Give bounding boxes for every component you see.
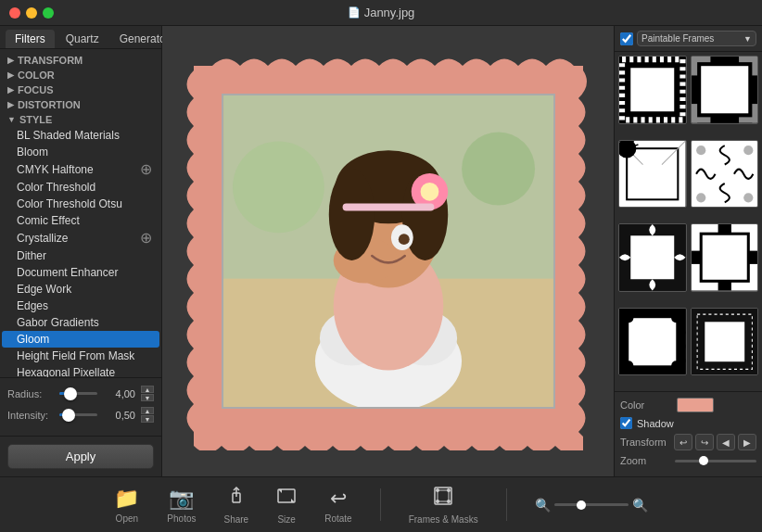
zoom-thumb [699,456,708,465]
open-label: Open [116,513,138,524]
svg-point-17 [420,183,438,201]
apply-button[interactable]: Apply [7,444,154,469]
zoom-in-icon[interactable]: 🔍 [632,498,648,513]
add-filter-icon[interactable]: ⊕ [140,162,152,177]
svg-point-74 [619,342,627,349]
frames-dropdown[interactable]: Paintable Frames ▼ [637,31,756,46]
frame-thumb-8[interactable] [691,308,759,376]
tab-quartz[interactable]: Quartz [57,30,108,48]
frame-thumb-1[interactable] [618,56,687,124]
filter-dither[interactable]: Dither [2,247,159,264]
svg-point-69 [667,367,675,374]
category-distortion[interactable]: ▶ DISTORTION [0,97,161,112]
shadow-checkbox[interactable] [620,417,632,429]
panel-header: Paintable Frames ▼ [615,26,762,52]
svg-rect-18 [342,204,434,211]
frames-grid [615,52,762,391]
radius-decrement[interactable]: ▼ [141,394,154,401]
svg-rect-54 [692,251,701,264]
toolbar-size[interactable]: Size [276,486,297,525]
svg-point-61 [639,309,646,316]
minimize-button[interactable] [26,7,37,19]
category-transform[interactable]: ▶ TRANSFORM [0,53,161,68]
filter-gabor-gradients[interactable]: Gabor Gradients [2,314,159,331]
svg-point-3 [233,141,324,233]
svg-point-60 [624,313,633,323]
category-style[interactable]: ▼ STYLE [0,112,161,127]
color-swatch[interactable] [677,398,714,412]
filter-hexagonal-pixellate[interactable]: Hexagonal Pixellate [2,364,159,377]
filter-document-enhancer[interactable]: Document Enhancer [2,264,159,281]
svg-rect-25 [692,57,697,75]
share-label: Share [223,514,248,525]
canvas-area[interactable] [162,26,614,476]
inner-photo [222,94,555,409]
shadow-row: Shadow [620,417,756,429]
frame-thumb-4[interactable] [691,140,759,209]
svg-rect-57 [718,281,730,290]
size-icon [276,486,297,512]
toolbar-photos[interactable]: 📷 Photos [167,487,196,524]
radius-increment[interactable]: ▲ [141,386,154,393]
add-filter-icon[interactable]: ⊕ [140,231,152,246]
frames-checkbox[interactable] [620,32,633,45]
intensity-stepper[interactable]: ▲ ▼ [141,407,154,423]
transform-btn-rotate-left[interactable]: ↩ [674,434,692,450]
intensity-slider-track[interactable] [59,413,97,416]
toolbar-rotate[interactable]: ↩ Rotate [324,487,351,524]
transform-btn-flip-v[interactable]: ▶ [738,434,756,450]
radius-value: 4,00 [103,388,135,399]
svg-point-70 [654,367,661,374]
toolbar-share[interactable]: Share [223,486,248,525]
share-icon [226,486,247,512]
svg-point-85 [436,500,439,503]
radius-slider-track[interactable] [59,392,97,395]
frame-svg-1 [619,57,686,123]
frame-thumb-5[interactable] [618,223,687,292]
svg-rect-29 [692,104,697,122]
filter-gloom[interactable]: Gloom [2,331,159,348]
transform-buttons: ↩ ↪ ◀ ▶ [674,434,756,450]
window-title: 📄 Janny.jpg [348,6,415,19]
close-button[interactable] [9,7,20,19]
radius-stepper[interactable]: ▲ ▼ [141,386,154,401]
zoom-slider[interactable] [675,460,756,462]
zoom-bar[interactable] [554,503,629,506]
toolbar-divider [380,488,381,521]
maximize-button[interactable] [43,7,54,19]
zoom-out-icon[interactable]: 🔍 [535,498,551,513]
category-color[interactable]: ▶ COLOR [0,68,161,82]
filter-cmyk-halftone[interactable]: CMYK Halftone ⊕ [2,160,159,179]
frame-thumb-6[interactable] [691,223,759,292]
toolbar-open[interactable]: 📁 Open [114,487,139,524]
intensity-decrement[interactable]: ▼ [141,415,154,423]
transform-label: Transform [620,437,668,448]
svg-point-64 [671,313,680,323]
color-label: Color [620,399,671,411]
apply-section: Apply [0,436,161,476]
sliders-section: Radius: 4,00 ▲ ▼ Intensity: 0,50 [0,377,161,436]
category-focus[interactable]: ▶ FOCUS [0,82,161,97]
filter-crystallize[interactable]: Crystallize ⊕ [2,229,159,247]
filter-edge-work[interactable]: Edge Work [2,281,159,298]
toolbar-frames-masks[interactable]: Frames & Masks [409,486,478,525]
transform-btn-rotate-right[interactable]: ↪ [695,434,714,450]
transform-btn-flip-h[interactable]: ◀ [717,434,735,450]
frame-thumb-2[interactable] [691,56,759,124]
filter-bl-shaded-materials[interactable]: BL Shaded Materials [2,127,159,144]
svg-point-66 [678,342,685,349]
frame-thumb-3[interactable] [618,140,687,209]
filter-comic-effect[interactable]: Comic Effect [2,212,159,229]
arrow-icon: ▶ [7,85,14,95]
tab-filters[interactable]: Filters [6,30,55,48]
filter-color-threshold[interactable]: Color Threshold [2,179,159,196]
filter-edges[interactable]: Edges [2,298,159,314]
panel-controls: Color Shadow Transform ↩ ↪ ◀ ▶ Zoom [615,391,762,476]
filter-bloom[interactable]: Bloom [2,144,159,160]
transform-row: Transform ↩ ↪ ◀ ▶ [620,434,756,450]
frame-thumb-7[interactable] [618,308,687,376]
filter-color-threshold-otsu[interactable]: Color Threshold Otsu [2,196,159,212]
intensity-increment[interactable]: ▲ [141,407,154,414]
filter-height-field-from-mask[interactable]: Height Field From Mask [2,348,159,364]
arrow-icon: ▶ [7,70,14,80]
